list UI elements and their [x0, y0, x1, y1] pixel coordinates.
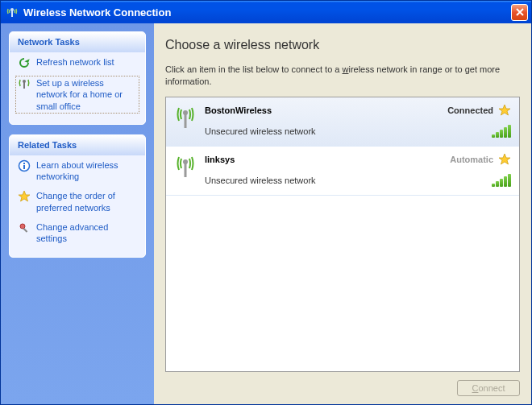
- window: Wireless Network Connection Network Task…: [0, 0, 532, 405]
- description: Click an item in the list below to conne…: [165, 64, 520, 89]
- svg-rect-5: [23, 165, 25, 169]
- connect-button: Connect: [457, 380, 520, 396]
- signal-strength-icon: [492, 125, 511, 138]
- close-icon: [515, 7, 525, 17]
- antenna-icon: [174, 104, 197, 138]
- network-tasks-box: Network Tasks Refresh network list: [9, 31, 146, 125]
- favorite-star-icon: [498, 104, 511, 117]
- change-network-order[interactable]: Change the order of preferred networks: [10, 186, 145, 217]
- svg-rect-6: [23, 163, 25, 164]
- antenna-icon: [174, 153, 197, 187]
- task-label: Learn about wireless networking: [36, 159, 137, 183]
- learn-wireless-networking[interactable]: Learn about wireless networking: [10, 155, 145, 187]
- network-tasks-header: Network Tasks: [10, 32, 145, 52]
- svg-point-1: [10, 8, 14, 11]
- task-label: Refresh network list: [36, 56, 114, 68]
- setup-wireless-network[interactable]: Set up a wireless network for a home or …: [15, 75, 140, 114]
- network-security: Unsecured wireless network: [205, 126, 492, 136]
- network-status: Automatic: [450, 155, 493, 164]
- svg-point-10: [183, 110, 188, 115]
- task-label: Change the order of preferred networks: [36, 190, 137, 213]
- svg-rect-8: [23, 228, 28, 233]
- svg-rect-0: [11, 10, 13, 17]
- network-status: Connected: [447, 105, 493, 115]
- body: Network Tasks Refresh network list: [1, 23, 531, 404]
- favorite-star-icon: [498, 153, 511, 166]
- related-tasks-header: Related Tasks: [10, 135, 145, 155]
- svg-rect-9: [185, 114, 187, 128]
- change-advanced-settings[interactable]: Change advanced settings: [10, 217, 145, 249]
- wifi-icon: [6, 6, 19, 19]
- signal-strength-icon: [492, 174, 511, 187]
- antenna-icon: [18, 77, 31, 90]
- footer: Connect: [165, 372, 520, 396]
- sidebar: Network Tasks Refresh network list: [1, 23, 154, 404]
- task-label: Change advanced settings: [36, 221, 137, 245]
- related-tasks-box: Related Tasks Learn about wireless netwo…: [9, 134, 146, 258]
- network-item[interactable]: BostonWireless Connected Unsecured wirel…: [166, 97, 519, 147]
- network-list: BostonWireless Connected Unsecured wirel…: [165, 97, 520, 372]
- info-icon: [18, 159, 31, 172]
- svg-point-3: [23, 80, 26, 83]
- refresh-network-list[interactable]: Refresh network list: [10, 52, 145, 73]
- network-security: Unsecured wireless network: [205, 176, 492, 185]
- main-content: Choose a wireless network Click an item …: [154, 23, 531, 404]
- svg-rect-11: [185, 163, 187, 177]
- star-icon: [18, 190, 31, 203]
- window-title-text: Wireless Network Connection: [23, 6, 171, 19]
- close-button[interactable]: [511, 4, 528, 21]
- titlebar: Wireless Network Connection: [1, 1, 531, 23]
- svg-point-12: [183, 159, 188, 164]
- task-label: Set up a wireless network for a home or …: [36, 77, 137, 112]
- network-name: BostonWireless: [205, 105, 443, 115]
- svg-rect-2: [23, 82, 25, 89]
- window-title: Wireless Network Connection: [6, 6, 511, 19]
- network-item[interactable]: linksys Automatic Unsecured wireless net…: [166, 147, 519, 196]
- network-name: linksys: [205, 155, 445, 164]
- refresh-icon: [18, 56, 31, 69]
- page-title: Choose a wireless network: [165, 38, 520, 52]
- settings-icon: [18, 221, 31, 234]
